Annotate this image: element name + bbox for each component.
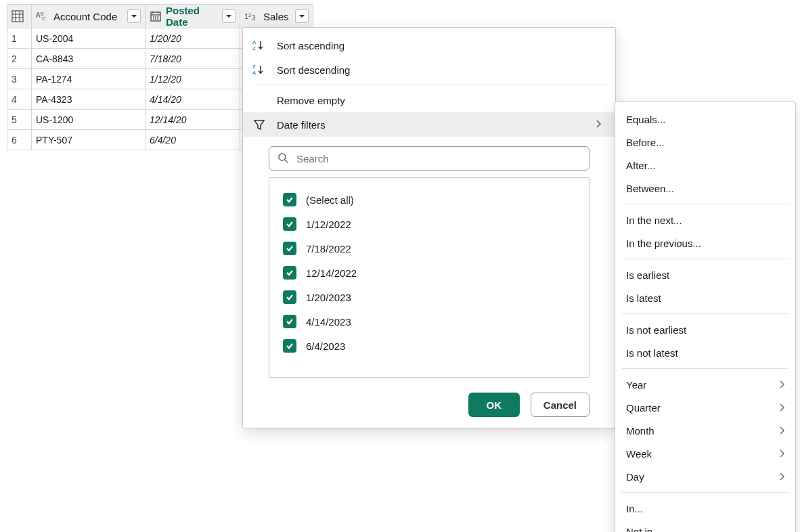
column-filter-panel: AZ Sort ascending ZA Sort descending Rem… bbox=[242, 27, 616, 428]
menu-label: Sort descending bbox=[277, 64, 350, 76]
cell-date[interactable]: 6/4/20 bbox=[146, 130, 240, 150]
number-type-icon: 123 bbox=[244, 11, 259, 22]
cell-account[interactable]: PTY-507 bbox=[32, 130, 146, 150]
column-header-posted-date[interactable]: Posted Date bbox=[146, 5, 240, 28]
menu-separator bbox=[622, 313, 788, 314]
submenu-day[interactable]: Day bbox=[615, 465, 795, 488]
sort-descending-icon: ZA bbox=[251, 63, 267, 76]
submenu-before[interactable]: Before... bbox=[615, 131, 795, 154]
menu-label: Date filters bbox=[277, 119, 326, 131]
filter-value-item[interactable]: 6/4/2023 bbox=[279, 334, 579, 358]
filter-value-label: 7/18/2022 bbox=[306, 243, 351, 254]
table-icon bbox=[12, 10, 24, 22]
column-filter-button[interactable] bbox=[295, 9, 309, 23]
submenu-in-the-previous[interactable]: In the previous... bbox=[615, 231, 795, 254]
row-number: 2 bbox=[7, 49, 32, 69]
sort-ascending-icon: AZ bbox=[251, 39, 267, 52]
filter-value-select-all[interactable]: (Select all) bbox=[279, 187, 579, 212]
cell-account[interactable]: PA-4323 bbox=[32, 89, 146, 110]
text-type-icon: ABC bbox=[36, 10, 49, 22]
menu-separator bbox=[622, 368, 788, 369]
header-row: ABC Account Code Posted Date bbox=[7, 5, 313, 28]
checkbox-checked-icon[interactable] bbox=[283, 266, 296, 280]
menu-sort-descending[interactable]: ZA Sort descending bbox=[243, 58, 615, 82]
filter-value-item[interactable]: 4/14/2023 bbox=[279, 309, 579, 334]
submenu-after[interactable]: After... bbox=[615, 154, 795, 177]
corner-cell[interactable] bbox=[7, 5, 32, 28]
filter-value-item[interactable]: 1/12/2022 bbox=[279, 212, 579, 236]
column-header-sales[interactable]: 123 Sales bbox=[240, 5, 313, 28]
cell-date[interactable]: 7/18/20 bbox=[146, 49, 240, 69]
svg-text:C: C bbox=[42, 16, 46, 22]
checkbox-checked-icon[interactable] bbox=[283, 339, 296, 353]
submenu-is-earliest[interactable]: Is earliest bbox=[615, 263, 795, 286]
cell-account[interactable]: US-1200 bbox=[32, 110, 146, 130]
menu-sort-ascending[interactable]: AZ Sort ascending bbox=[243, 33, 615, 58]
svg-text:3: 3 bbox=[252, 14, 256, 22]
cancel-button[interactable]: Cancel bbox=[531, 393, 590, 417]
cell-date[interactable]: 4/14/20 bbox=[146, 89, 240, 110]
svg-point-16 bbox=[155, 18, 156, 20]
cell-date[interactable]: 1/12/20 bbox=[146, 69, 240, 89]
column-filter-button[interactable] bbox=[222, 9, 236, 23]
svg-point-13 bbox=[155, 16, 156, 18]
submenu-is-latest[interactable]: Is latest bbox=[615, 286, 795, 309]
submenu-is-not-earliest[interactable]: Is not earliest bbox=[615, 318, 795, 341]
checkbox-checked-icon[interactable] bbox=[283, 290, 296, 304]
filter-value-label: 4/14/2023 bbox=[306, 316, 351, 328]
search-input[interactable] bbox=[295, 152, 581, 165]
submenu-year[interactable]: Year bbox=[615, 373, 795, 396]
cell-date[interactable]: 12/14/20 bbox=[146, 110, 240, 130]
menu-remove-empty[interactable]: Remove empty bbox=[243, 88, 615, 112]
menu-separator bbox=[622, 259, 788, 259]
row-number: 1 bbox=[7, 28, 32, 49]
filter-value-item[interactable]: 1/20/2023 bbox=[279, 285, 579, 309]
filter-value-label: 1/20/2023 bbox=[306, 292, 351, 303]
svg-text:Z: Z bbox=[252, 45, 256, 51]
checkbox-checked-icon[interactable] bbox=[283, 217, 296, 231]
svg-text:A: A bbox=[252, 39, 257, 45]
filter-value-label: 1/12/2022 bbox=[306, 219, 351, 230]
cell-account[interactable]: CA-8843 bbox=[32, 49, 146, 69]
chevron-right-icon bbox=[779, 471, 784, 483]
date-filters-submenu: Equals... Before... After... Between... … bbox=[615, 102, 796, 532]
filter-value-item[interactable]: 12/14/2022 bbox=[279, 261, 579, 285]
row-number: 3 bbox=[7, 69, 32, 89]
column-label: Sales bbox=[263, 11, 291, 22]
column-header-account[interactable]: ABC Account Code bbox=[32, 5, 146, 28]
checkbox-checked-icon[interactable] bbox=[283, 242, 296, 255]
submenu-not-in[interactable]: Not in... bbox=[615, 520, 795, 532]
ok-button[interactable]: OK bbox=[468, 393, 520, 417]
submenu-month[interactable]: Month bbox=[615, 419, 795, 442]
chevron-right-icon bbox=[779, 425, 784, 437]
cell-account[interactable]: US-2004 bbox=[32, 28, 146, 49]
cell-date[interactable]: 1/20/20 bbox=[146, 28, 240, 49]
checkbox-checked-icon[interactable] bbox=[283, 193, 296, 206]
column-label: Posted Date bbox=[166, 5, 218, 28]
submenu-is-not-latest[interactable]: Is not latest bbox=[615, 341, 795, 364]
submenu-in-the-next[interactable]: In the next... bbox=[615, 208, 795, 231]
menu-label: Remove empty bbox=[277, 95, 345, 106]
svg-point-15 bbox=[153, 18, 154, 20]
column-filter-button[interactable] bbox=[127, 9, 141, 23]
svg-rect-0 bbox=[12, 11, 23, 22]
svg-line-26 bbox=[285, 160, 288, 162]
checkbox-checked-icon[interactable] bbox=[283, 315, 296, 328]
menu-label: Sort ascending bbox=[277, 40, 345, 51]
chevron-right-icon bbox=[595, 119, 602, 131]
menu-date-filters[interactable]: Date filters bbox=[243, 112, 615, 137]
menu-separator bbox=[622, 492, 788, 493]
search-input-wrapper[interactable] bbox=[269, 146, 590, 171]
menu-separator bbox=[622, 204, 788, 204]
submenu-in[interactable]: In... bbox=[615, 497, 795, 520]
submenu-equals[interactable]: Equals... bbox=[615, 108, 795, 131]
svg-text:A: A bbox=[36, 12, 41, 19]
submenu-quarter[interactable]: Quarter bbox=[615, 396, 795, 419]
row-number: 6 bbox=[7, 130, 32, 150]
submenu-week[interactable]: Week bbox=[615, 442, 795, 465]
filter-values-list: (Select all) 1/12/2022 7/18/2022 12/14/2… bbox=[269, 177, 590, 378]
svg-point-17 bbox=[157, 18, 158, 20]
filter-value-item[interactable]: 7/18/2022 bbox=[279, 236, 579, 261]
submenu-between[interactable]: Between... bbox=[615, 177, 795, 200]
cell-account[interactable]: PA-1274 bbox=[32, 69, 146, 89]
